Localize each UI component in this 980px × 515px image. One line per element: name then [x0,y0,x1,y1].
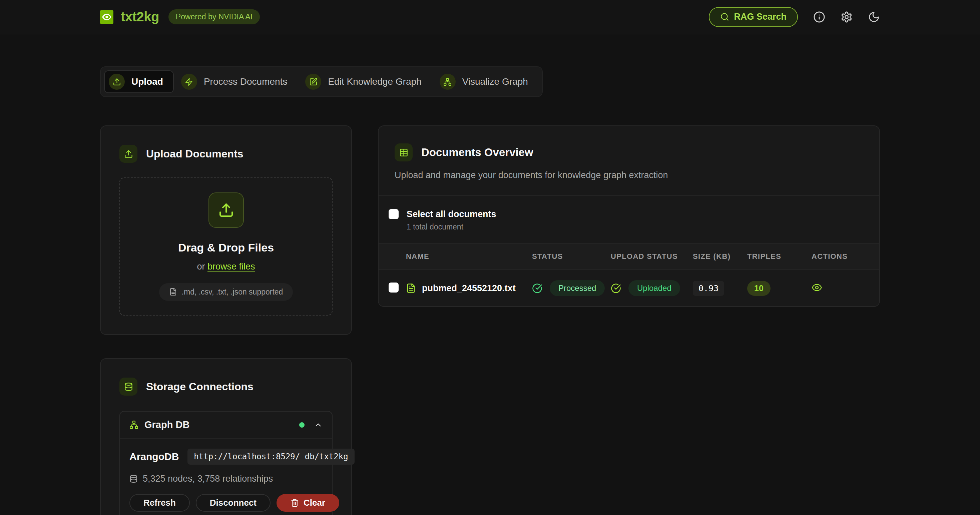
nvidia-logo-icon [100,10,113,24]
chevron-up-icon [314,421,323,429]
column-upload-status: UPLOAD STATUS [611,243,693,270]
storage-card-title: Storage Connections [146,381,253,393]
document-name: pubmed_24552120.txt [422,283,516,294]
graph-db-stats: 5,325 nodes, 3,758 relationships [129,474,323,484]
view-document-button[interactable] [811,282,822,293]
zap-icon [181,74,197,90]
disconnect-button[interactable]: Disconnect [196,494,270,512]
row-checkbox[interactable] [388,283,399,292]
select-all-label: Select all documents [407,209,496,219]
network-icon [129,420,138,429]
refresh-button[interactable]: Refresh [129,494,190,512]
or-text: or [197,262,205,272]
upload-icon [208,192,244,228]
connected-status-dot [299,422,305,428]
graph-db-details: ArangoDB http://localhost:8529/_db/txt2k… [120,439,332,515]
table-row: pubmed_24552120.txt Processed [379,270,879,306]
info-button[interactable] [813,11,825,23]
graph-db-label: Graph DB [145,419,189,430]
column-triples: TRIPLES [747,243,811,270]
workflow-tabs: Upload Process Documents Edit Knowledge … [100,67,543,97]
browse-files-link[interactable]: browse files [207,262,255,272]
tab-edit-knowledge-graph[interactable]: Edit Knowledge Graph [301,70,432,93]
db-connection-url: http://localhost:8529/_db/txt2kg [188,448,354,465]
tab-visualize-graph[interactable]: Visualize Graph [435,70,539,93]
database-icon [119,378,137,396]
column-status: STATUS [532,243,611,270]
moon-icon [868,11,880,23]
graph-db-stats-text: 5,325 nodes, 3,758 relationships [143,474,273,484]
tab-upload[interactable]: Upload [104,70,174,93]
database-icon [129,475,138,483]
column-size: SIZE (KB) [693,243,747,270]
top-navbar: txt2kg Powered by NVIDIA AI RAG Search [0,0,980,34]
tab-label: Edit Knowledge Graph [328,76,421,87]
column-actions: ACTIONS [811,243,879,270]
network-icon [440,74,456,90]
app-title: txt2kg [121,10,159,24]
header-checkbox-spacer [379,243,406,270]
topbar-actions: RAG Search [709,7,880,27]
triples-count-badge: 10 [747,281,770,296]
status-badge: Processed [550,280,605,296]
table-header-row: NAME STATUS UPLOAD STATUS SIZE (KB) TRIP… [379,243,879,270]
size-value: 0.93 [693,281,724,296]
settings-button[interactable] [841,11,853,23]
documents-table: NAME STATUS UPLOAD STATUS SIZE (KB) TRIP… [379,243,879,306]
brand: txt2kg Powered by NVIDIA AI [100,10,260,24]
file-dropzone[interactable]: Drag & Drop Files or browse files .md, .… [119,178,332,316]
upload-documents-card: Upload Documents Drag & Drop Files or br… [100,126,352,335]
select-all-checkbox[interactable] [388,209,399,219]
documents-overview-card: Documents Overview Upload and manage you… [378,126,880,307]
documents-card-title: Documents Overview [421,146,533,159]
edit-icon [305,74,321,90]
rag-search-button[interactable]: RAG Search [709,7,798,27]
clear-button[interactable]: Clear [277,494,339,512]
rag-search-label: RAG Search [734,12,786,22]
info-icon [813,11,825,23]
tab-label: Process Documents [204,76,288,87]
graph-db-header[interactable]: Graph DB [120,412,332,439]
file-icon [169,288,177,296]
eye-icon [811,282,822,293]
db-provider-name: ArangoDB [129,451,179,462]
check-circle-icon [532,283,542,294]
table-icon [395,143,413,161]
gear-icon [841,11,853,23]
drop-subtitle: or browse files [197,262,255,272]
total-documents-label: 1 total document [407,223,496,232]
supported-formats-pill: .md, .csv, .txt, .json supported [159,283,293,301]
db-connections-panel: Graph DB ArangoDB http://localhost:8529/… [119,411,332,515]
search-icon [720,12,729,21]
check-circle-icon [611,283,621,294]
storage-connections-card: Storage Connections Graph DB ArangoDB [100,358,352,515]
upload-icon [119,145,137,163]
tab-process-documents[interactable]: Process Documents [177,70,298,93]
file-text-icon [406,283,416,293]
powered-by-badge: Powered by NVIDIA AI [169,10,260,24]
upload-status-badge: Uploaded [628,280,680,296]
theme-toggle-button[interactable] [868,11,880,23]
documents-card-subtitle: Upload and manage your documents for kno… [395,170,863,180]
supported-formats-text: .md, .csv, .txt, .json supported [182,288,283,297]
tab-label: Upload [131,76,163,87]
main-content: Upload Process Documents Edit Knowledge … [0,34,980,515]
drop-title: Drag & Drop Files [178,241,274,254]
trash-icon [291,499,299,507]
upload-card-title: Upload Documents [146,148,243,160]
column-name: NAME [406,243,532,270]
upload-icon [109,74,125,90]
clear-button-label: Clear [304,498,325,508]
tab-label: Visualize Graph [462,76,528,87]
